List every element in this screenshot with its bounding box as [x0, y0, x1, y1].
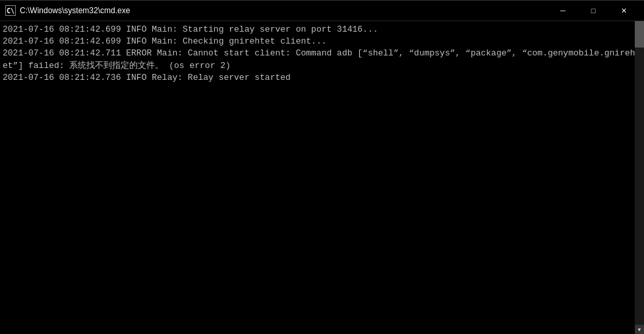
- console-output: 2021-07-16 08:21:42.699 INFO Main: Start…: [0, 21, 644, 334]
- console-line: 2021-07-16 08:21:42.736 INFO Relay: Rela…: [3, 72, 641, 84]
- console-lines: 2021-07-16 08:21:42.699 INFO Main: Start…: [3, 24, 641, 84]
- maximize-button[interactable]: □: [578, 0, 608, 21]
- title-bar: C\ C:\Windows\system32\cmd.exe ─ □ ✕: [0, 0, 644, 21]
- console-line: 2021-07-16 08:21:42.711 ERROR Main: Cann…: [3, 48, 641, 71]
- scrollbar-thumb[interactable]: [635, 21, 644, 48]
- svg-text:C\: C\: [7, 7, 15, 15]
- console-line: 2021-07-16 08:21:42.699 INFO Main: Check…: [3, 36, 641, 48]
- scrollbar[interactable]: ▲ ▼: [635, 21, 644, 334]
- title-bar-left: C\ C:\Windows\system32\cmd.exe: [5, 5, 130, 16]
- scroll-down-arrow[interactable]: ▼: [635, 325, 644, 334]
- minimize-button[interactable]: ─: [548, 0, 578, 21]
- title-bar-controls: ─ □ ✕: [548, 0, 639, 21]
- console-line: 2021-07-16 08:21:42.699 INFO Main: Start…: [3, 24, 641, 36]
- window-title: C:\Windows\system32\cmd.exe: [20, 6, 130, 15]
- close-button[interactable]: ✕: [608, 0, 639, 21]
- cmd-icon: C\: [5, 5, 16, 16]
